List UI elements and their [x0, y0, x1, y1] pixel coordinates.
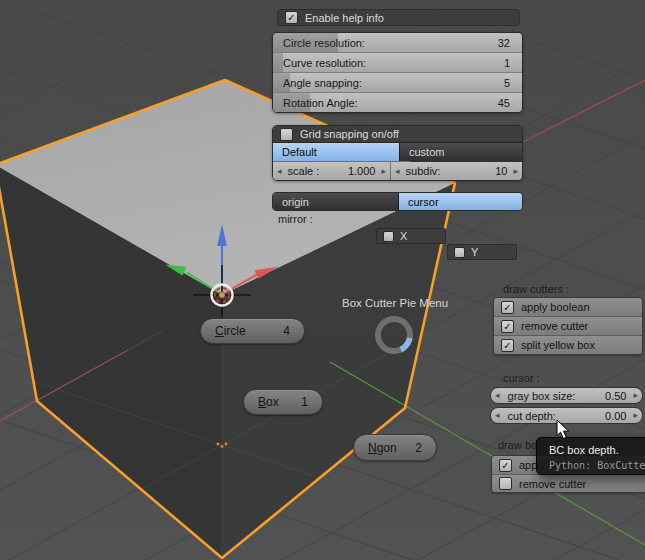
- mirror-x-checkbox[interactable]: [383, 231, 394, 242]
- grid-snapping-checkbox[interactable]: [280, 128, 293, 141]
- blender-viewport-screen: ✓ Enable help info Circle resolution: 32…: [0, 0, 645, 560]
- origin-cursor-tabs: origin cursor: [272, 192, 523, 211]
- slider-fill: [273, 93, 310, 112]
- tab-default-label: Default: [282, 146, 317, 158]
- slider-fill: [273, 53, 283, 72]
- apply-boolean-toggle[interactable]: ✓ apply boolean: [494, 298, 642, 317]
- step-right-icon[interactable]: ▸: [377, 167, 390, 176]
- cursor-section-title: cursor :: [503, 372, 540, 384]
- pie-button-ngon-hotkey: 2: [415, 441, 422, 455]
- mirror-x-toggle[interactable]: X: [376, 228, 446, 244]
- split-yellow-box-label: split yellow box: [521, 339, 595, 351]
- rotation-angle-slider[interactable]: Rotation Angle: 45: [273, 93, 522, 112]
- draw-cutters-options: ✓ apply boolean ✓ remove cutter ✓ split …: [493, 297, 643, 355]
- step-left-icon[interactable]: ◂: [491, 391, 504, 400]
- curve-resolution-slider[interactable]: Curve resolution: 1: [273, 53, 522, 73]
- apply-boolean-checkbox-2[interactable]: ✓: [499, 459, 512, 472]
- pie-button-box-hotkey: 1: [301, 395, 308, 409]
- scale-stepper[interactable]: ◂ scale : 1.000 ▸: [273, 162, 390, 180]
- tab-custom-label: custom: [409, 146, 444, 158]
- enable-help-toggle-row[interactable]: ✓ Enable help info: [277, 9, 520, 26]
- draw-boxes-title: draw bo: [498, 439, 537, 451]
- mirror-x-label: X: [400, 230, 407, 242]
- slider-label: Angle snapping:: [273, 77, 504, 89]
- apply-boolean-label: apply boolean: [521, 301, 590, 313]
- angle-snapping-slider[interactable]: Angle snapping: 5: [273, 73, 522, 93]
- mouse-cursor-icon: [556, 419, 574, 441]
- tooltip-title: BC box depth.: [549, 444, 645, 456]
- remove-cutter-checkbox-2[interactable]: [499, 477, 512, 490]
- enable-help-checkbox[interactable]: ✓: [285, 11, 298, 24]
- split-yellow-box-checkbox[interactable]: ✓: [501, 339, 514, 352]
- remove-cutter-toggle-2[interactable]: remove cutter: [492, 475, 645, 492]
- pie-button-ngon[interactable]: Ngon 2: [353, 434, 437, 461]
- pie-button-box[interactable]: Box 1: [243, 389, 323, 415]
- pie-button-ngon-label: Ngon: [368, 441, 397, 455]
- slider-value: 1: [504, 57, 522, 69]
- gray-box-size-label: gray box size:: [504, 390, 606, 402]
- slider-value: 5: [504, 77, 522, 89]
- subdiv-label: subdiv:: [404, 165, 496, 177]
- resolution-panel: Circle resolution: 32 Curve resolution: …: [272, 32, 523, 113]
- grid-snapping-panel: Grid snapping on/off Default custom ◂ sc…: [272, 125, 523, 181]
- gray-box-size-value: 0.50: [605, 390, 629, 402]
- split-yellow-box-toggle[interactable]: ✓ split yellow box: [494, 336, 642, 354]
- pie-button-circle-hotkey: 4: [283, 324, 290, 338]
- step-left-icon[interactable]: ◂: [273, 167, 286, 176]
- draw-cutters-title: draw cutters :: [503, 283, 569, 295]
- mirror-y-label: Y: [471, 246, 478, 258]
- pie-button-circle[interactable]: Circle 4: [200, 318, 305, 344]
- pie-button-box-label: Box: [258, 395, 279, 409]
- tab-cursor-label: cursor: [408, 196, 439, 208]
- tab-origin[interactable]: origin: [273, 193, 398, 210]
- remove-cutter-toggle[interactable]: ✓ remove cutter: [494, 317, 642, 336]
- step-right-icon[interactable]: ▸: [629, 391, 642, 400]
- apply-boolean-checkbox[interactable]: ✓: [501, 301, 514, 314]
- grid-snapping-toggle-row[interactable]: Grid snapping on/off: [273, 126, 522, 143]
- scale-value: 1.000: [348, 165, 378, 177]
- remove-cutter-label-2: remove cutter: [519, 478, 586, 490]
- slider-value: 32: [498, 37, 522, 49]
- slider-fill: [273, 73, 290, 92]
- mirror-y-toggle[interactable]: Y: [447, 244, 517, 260]
- tooltip-python-hint: Python: BoxCutte: [549, 460, 645, 471]
- subdiv-value: 10: [495, 165, 509, 177]
- step-left-icon[interactable]: ◂: [391, 167, 404, 176]
- cut-depth-value: 0.00: [605, 410, 629, 422]
- slider-fill: [273, 33, 338, 52]
- tab-default[interactable]: Default: [273, 143, 399, 161]
- grid-snapping-label: Grid snapping on/off: [300, 128, 399, 140]
- slider-value: 45: [498, 97, 522, 109]
- enable-help-label: Enable help info: [305, 12, 384, 24]
- tab-origin-label: origin: [282, 196, 309, 208]
- pie-button-circle-label: Circle: [215, 324, 246, 338]
- mirror-y-checkbox[interactable]: [454, 247, 465, 258]
- remove-cutter-label: remove cutter: [521, 320, 588, 332]
- cut-depth-label: cut depth:: [504, 410, 606, 422]
- step-left-icon[interactable]: ◂: [491, 411, 504, 420]
- subdiv-stepper[interactable]: ◂ subdiv: 10 ▸: [390, 162, 522, 180]
- tab-cursor[interactable]: cursor: [398, 193, 522, 210]
- tab-custom[interactable]: custom: [399, 143, 522, 161]
- slider-label: Curve resolution:: [273, 57, 504, 69]
- pie-menu-title: Box Cutter Pie Menu: [342, 297, 448, 309]
- remove-cutter-checkbox[interactable]: ✓: [501, 320, 514, 333]
- step-right-icon[interactable]: ▸: [509, 167, 522, 176]
- scale-label: scale :: [286, 165, 348, 177]
- mirror-label: mirror :: [278, 213, 313, 225]
- step-right-icon[interactable]: ▸: [629, 411, 642, 420]
- tooltip: BC box depth. Python: BoxCutte: [536, 437, 645, 475]
- gray-box-size-stepper[interactable]: ◂ gray box size: 0.50 ▸: [490, 387, 643, 404]
- circle-resolution-slider[interactable]: Circle resolution: 32: [273, 33, 522, 53]
